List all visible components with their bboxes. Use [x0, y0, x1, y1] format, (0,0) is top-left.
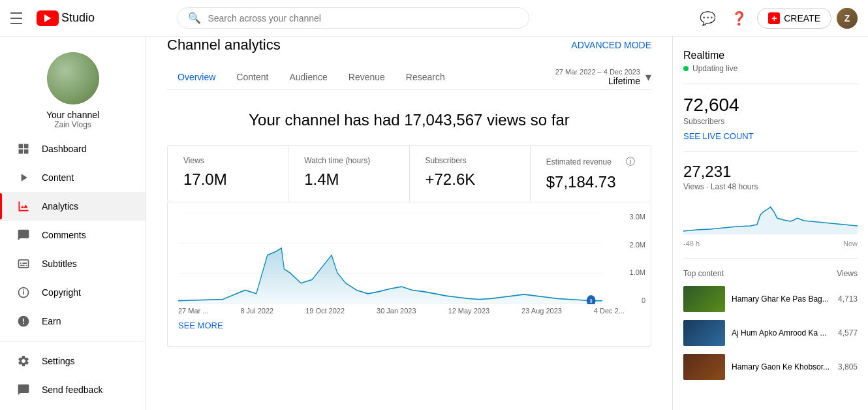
logo[interactable]: Studio	[37, 10, 95, 26]
sidebar-item-copyright[interactable]: Copyright	[0, 278, 146, 307]
top-content-views-label: Views	[837, 269, 858, 278]
top-content-label: Top content	[683, 269, 724, 278]
page-header: Channel analytics ADVANCED MODE	[167, 37, 651, 54]
sidebar-item-analytics[interactable]: Analytics	[0, 192, 146, 221]
thumbnail-2	[683, 320, 725, 346]
chart-area: 3.0M 2.0M 1.0M 0	[167, 202, 651, 347]
realtime-title: Realtime	[683, 50, 858, 61]
sidebar-item-label: Subtitles	[42, 259, 77, 269]
sidebar-item-content[interactable]: Content	[0, 163, 146, 192]
top-content-item-2[interactable]: Aj Hum Apko Amrood Ka ... 4,577	[683, 320, 858, 346]
x-label-2: 8 Jul 2022	[240, 307, 273, 315]
sidebar-item-comments[interactable]: Comments	[0, 221, 146, 249]
sidebar-item-subtitles[interactable]: Subtitles	[0, 249, 146, 278]
sidebar-item-label: Earn	[42, 316, 61, 326]
tab-research[interactable]: Research	[395, 64, 456, 90]
content-title-2: Aj Hum Apko Amrood Ka ...	[732, 328, 831, 339]
search-input[interactable]	[208, 13, 518, 24]
realtime-divider-bottom	[683, 258, 858, 259]
dashboard-icon	[16, 141, 31, 157]
stats-row: Views 17.0M Watch time (hours) 1.4M Subs…	[167, 145, 651, 202]
top-content-item-1[interactable]: Hamary Ghar Ke Pas Bag... 4,713	[683, 286, 858, 312]
x-label-1: 27 Mar ...	[178, 307, 208, 315]
analytics-content: Your channel has had 17,043,567 views so…	[167, 90, 651, 347]
see-more: SEE MORE	[168, 315, 651, 336]
sidebar-item-label: Settings	[42, 356, 75, 366]
live-text: Updating live	[692, 64, 737, 73]
create-icon	[768, 12, 780, 24]
stat-value-subscribers: +72.6K	[426, 170, 514, 189]
earn-icon	[16, 313, 31, 329]
header: Studio 🔍 💬 ❓ CREATE Z	[0, 0, 868, 37]
thumbnail-1	[683, 286, 725, 312]
outer-layout: Channel analytics ADVANCED MODE Overview…	[146, 37, 868, 410]
x-label-3: 19 Oct 2022	[305, 307, 345, 315]
sidebar-item-label: Content	[42, 172, 74, 183]
sidebar-item-label: Comments	[42, 230, 86, 240]
sidebar-item-feedback[interactable]: Send feedback	[0, 375, 146, 404]
stat-label-watch-time: Watch time (hours)	[304, 156, 393, 165]
page-title: Channel analytics	[167, 37, 281, 54]
sidebar-divider	[0, 341, 146, 341]
channel-headline: Your channel has had 17,043,567 views so…	[167, 111, 651, 129]
channel-avatar[interactable]	[47, 52, 99, 104]
date-range-selector[interactable]: 27 Mar 2022 – 4 Dec 2023 Lifetime ▾	[555, 68, 651, 86]
mini-chart	[683, 202, 858, 234]
stat-card-header: Estimated revenue ⓘ	[546, 156, 635, 168]
search-bar[interactable]: 🔍	[177, 7, 529, 29]
content-icon	[16, 170, 31, 185]
create-button[interactable]: CREATE	[757, 8, 831, 29]
tab-overview[interactable]: Overview	[167, 64, 226, 90]
x-label-4: 30 Jan 2023	[377, 307, 416, 315]
see-more-button[interactable]: SEE MORE	[178, 321, 223, 330]
stat-value-views: 17.0M	[183, 170, 272, 189]
stat-value-revenue: $7,184.73	[546, 173, 635, 191]
header-left: Studio	[10, 10, 95, 26]
top-content-item-3[interactable]: Hamary Gaon Ke Khobsor... 3,805	[683, 354, 858, 380]
stat-value-watch-time: 1.4M	[304, 170, 393, 189]
comments-icon	[16, 227, 31, 243]
tab-revenue[interactable]: Revenue	[338, 64, 395, 90]
realtime-views-label: Views · Last 48 hours	[683, 182, 858, 191]
stat-label-views: Views	[183, 156, 272, 165]
tab-content[interactable]: Content	[226, 64, 279, 90]
realtime-panel: Realtime Updating live 72,604 Subscriber…	[672, 37, 868, 410]
content-views-3: 3,805	[838, 362, 858, 371]
chart-container: 3.0M 2.0M 1.0M 0	[168, 213, 651, 304]
content-views-1: 4,713	[838, 294, 858, 304]
sidebar-item-label: Dashboard	[42, 144, 87, 154]
see-live-count-button[interactable]: SEE LIVE COUNT	[683, 131, 754, 141]
sidebar-item-label: Send feedback	[42, 385, 102, 395]
date-range-top: 27 Mar 2022 – 4 Dec 2023	[555, 68, 640, 76]
hamburger-menu[interactable]	[10, 10, 26, 26]
content-title-1: Hamary Ghar Ke Pas Bag...	[732, 294, 831, 305]
chart-svg: 9	[178, 213, 625, 304]
stat-card-watch-time: Watch time (hours) 1.4M	[288, 146, 409, 202]
chart-label-start: -48 h	[683, 240, 700, 247]
realtime-divider-top	[683, 84, 858, 84]
sidebar-item-dashboard[interactable]: Dashboard	[0, 134, 146, 163]
sidebar-item-settings[interactable]: Settings	[0, 347, 146, 375]
stat-label-subscribers: Subscribers	[426, 156, 514, 165]
content-views-2: 4,577	[838, 328, 858, 338]
settings-icon	[16, 353, 31, 369]
help-button[interactable]: ❓	[726, 5, 752, 31]
date-range-bottom: Lifetime	[555, 76, 640, 86]
feedback-icon	[16, 382, 31, 398]
chevron-down-icon: ▾	[645, 70, 651, 84]
svg-text:9: 9	[590, 298, 593, 304]
realtime-divider-mid	[683, 151, 858, 152]
header-right: 💬 ❓ CREATE Z	[694, 5, 858, 31]
sidebar: Your channel Zain Vlogs Dashboard Conten…	[0, 37, 146, 410]
y-label-0: 0	[630, 296, 645, 304]
mini-chart-labels: -48 h Now	[683, 240, 858, 247]
avatar[interactable]: Z	[837, 8, 858, 29]
realtime-sub-label: Subscribers	[683, 117, 858, 126]
advanced-mode-button[interactable]: ADVANCED MODE	[571, 40, 651, 50]
channel-name: Your channel	[46, 110, 99, 120]
stat-card-revenue: Estimated revenue ⓘ $7,184.73	[531, 146, 651, 202]
notifications-button[interactable]: 💬	[694, 5, 721, 31]
analytics-icon	[16, 198, 31, 214]
sidebar-item-earn[interactable]: Earn	[0, 307, 146, 336]
tab-audience[interactable]: Audience	[279, 64, 337, 90]
